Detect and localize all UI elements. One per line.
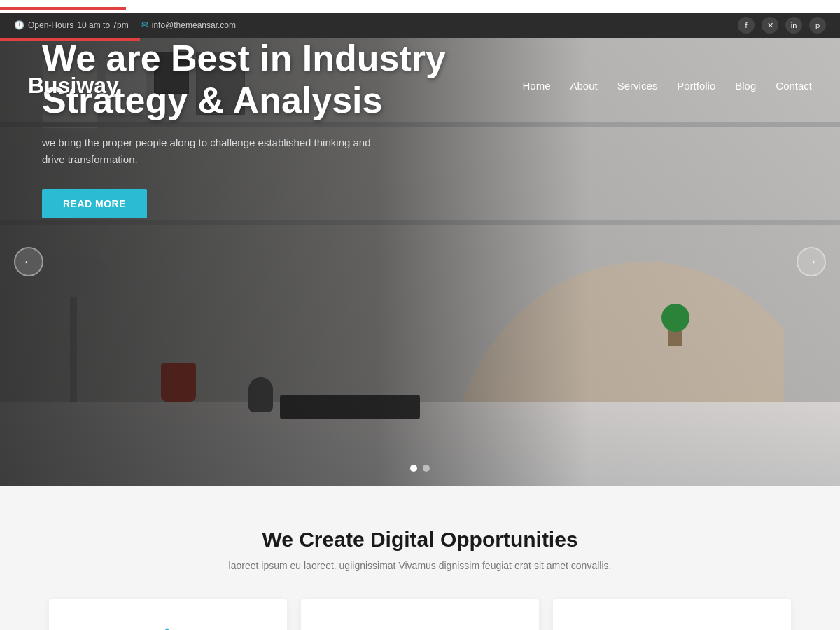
briefcase-icon: [652, 627, 692, 630]
main-nav: Home About Services Portfolio Blog Conta…: [522, 80, 812, 92]
arrow-right-icon: →: [805, 255, 818, 270]
nav-home[interactable]: Home: [522, 80, 550, 92]
facebook-icon[interactable]: f: [738, 17, 755, 34]
nav-about[interactable]: About: [570, 80, 598, 92]
nav-portfolio[interactable]: Portfolio: [677, 80, 715, 92]
card-barchart: [301, 599, 539, 630]
cards-row: [28, 599, 812, 630]
email-icon: ✉: [141, 20, 148, 30]
nav-services[interactable]: Services: [617, 80, 658, 92]
hero-subtitle: we bring the proper people along to chal…: [42, 134, 378, 168]
card-thumbsup: [49, 599, 287, 630]
slider-dot-2[interactable]: [423, 465, 430, 472]
top-bar: 🕐 Open-Hours10 am to 7pm ✉ info@themeans…: [0, 13, 840, 38]
arrow-left-icon: ←: [22, 255, 35, 270]
hours-label: Open-Hours: [28, 20, 74, 30]
email-value: info@themeansar.com: [152, 20, 236, 30]
pinterest-icon[interactable]: p: [809, 17, 826, 34]
barchart-icon: [400, 627, 440, 630]
slider-dot-1[interactable]: [410, 465, 417, 472]
top-bar-right: f ✕ in p: [738, 17, 826, 34]
slider-dots: [410, 465, 430, 472]
digital-subtitle: laoreet ipsum eu laoreet. ugiignissimat …: [28, 560, 812, 571]
nav-blog[interactable]: Blog: [735, 80, 756, 92]
site-logo: Busiway: [28, 73, 119, 99]
nav-contact[interactable]: Contact: [776, 80, 812, 92]
digital-section: We Create Digital Opportunities laoreet …: [0, 486, 840, 630]
email-info: ✉ info@themeansar.com: [141, 20, 236, 30]
top-bar-left: 🕐 Open-Hours10 am to 7pm ✉ info@themeans…: [14, 20, 236, 30]
hours-info: 🕐 Open-Hours10 am to 7pm: [14, 20, 129, 30]
readmore-button[interactable]: Read More: [42, 189, 147, 218]
linkedin-icon[interactable]: in: [785, 17, 802, 34]
card-briefcase: [553, 599, 791, 630]
slider-next-button[interactable]: →: [797, 247, 826, 276]
site-header: Busiway Home About Services Portfolio Bl…: [0, 62, 840, 109]
hero-section: Busiway Home About Services Portfolio Bl…: [0, 38, 840, 486]
thumbsup-icon: [148, 627, 188, 630]
clock-icon: 🕐: [14, 20, 24, 30]
slider-prev-button[interactable]: ←: [14, 247, 43, 276]
digital-title: We Create Digital Opportunities: [28, 528, 812, 552]
red-top-accent: [0, 38, 140, 41]
twitter-icon[interactable]: ✕: [762, 17, 778, 34]
